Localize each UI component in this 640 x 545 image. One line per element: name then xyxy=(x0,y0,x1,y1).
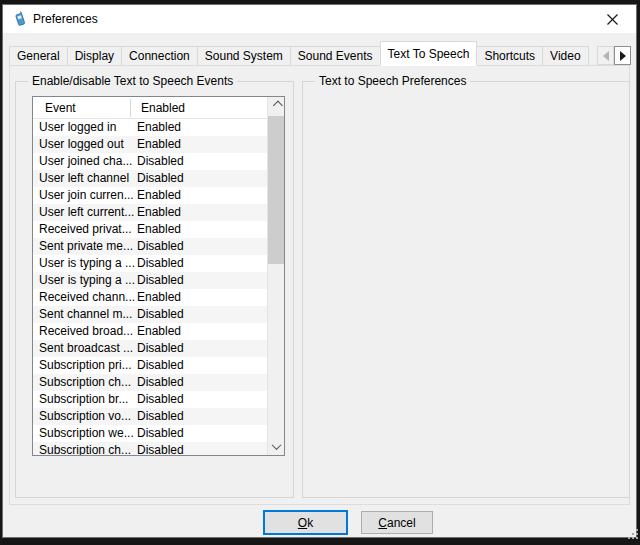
tts-preferences-group: Text to Speech Preferences xyxy=(302,81,630,498)
event-cell: Subscription we... xyxy=(39,425,134,442)
tts-preferences-group-title: Text to Speech Preferences xyxy=(315,74,470,88)
event-cell: Sent channel m... xyxy=(39,306,132,323)
status-cell: Disabled xyxy=(137,374,184,391)
tab[interactable]: Connection xyxy=(121,46,198,66)
tab-label: Connection xyxy=(129,49,190,63)
table-row[interactable]: Sent private me... Disabled xyxy=(33,238,267,255)
table-row[interactable]: User joined cha... Disabled xyxy=(33,153,267,170)
table-row[interactable]: User is typing a ... Disabled xyxy=(33,255,267,272)
status-cell: Disabled xyxy=(137,238,184,255)
column-header-enabled[interactable]: Enabled xyxy=(141,97,185,119)
status-cell: Disabled xyxy=(137,272,184,289)
table-row[interactable]: User left current... Enabled xyxy=(33,204,267,221)
status-cell: Disabled xyxy=(137,442,184,455)
table-row[interactable]: Sent broadcast ... Disabled xyxy=(33,340,267,357)
list-scrollbar[interactable] xyxy=(267,97,284,455)
scroll-down-icon[interactable] xyxy=(268,438,285,455)
table-row[interactable]: User logged in Enabled xyxy=(33,119,267,136)
event-cell: User join curren... xyxy=(39,187,134,204)
scroll-up-icon[interactable] xyxy=(268,97,285,114)
event-cell: Subscription ch... xyxy=(39,374,131,391)
window-title: Preferences xyxy=(33,5,98,33)
close-icon[interactable] xyxy=(594,5,630,33)
table-row[interactable]: Subscription vo... Disabled xyxy=(33,408,267,425)
table-row[interactable]: Sent channel m... Disabled xyxy=(33,306,267,323)
table-row[interactable]: Subscription pri... Disabled xyxy=(33,357,267,374)
event-cell: User is typing a ... xyxy=(39,255,135,272)
tab-label: Video xyxy=(550,49,580,63)
event-cell: Received chann... xyxy=(39,289,135,306)
status-cell: Disabled xyxy=(137,170,184,187)
status-cell: Disabled xyxy=(137,153,184,170)
cancel-button[interactable]: Cancel xyxy=(361,511,433,534)
titlebar[interactable]: Preferences xyxy=(3,5,636,33)
tab-label: Display xyxy=(75,49,114,63)
resize-grip-icon[interactable] xyxy=(628,529,630,531)
table-row[interactable]: User left channel Disabled xyxy=(33,170,267,187)
event-cell: User logged out xyxy=(39,136,124,153)
status-cell: Enabled xyxy=(137,289,181,306)
tab[interactable]: Display xyxy=(67,46,122,66)
tab[interactable]: Video xyxy=(542,46,588,66)
status-cell: Enabled xyxy=(137,187,181,204)
ok-button[interactable]: Ok xyxy=(263,510,348,535)
event-cell: User is typing a ... xyxy=(39,272,135,289)
status-cell: Enabled xyxy=(137,323,181,340)
tab-label: General xyxy=(17,49,60,63)
tab[interactable]: Shortcuts xyxy=(476,46,543,66)
column-divider xyxy=(130,99,131,117)
table-row[interactable]: Received privat... Enabled xyxy=(33,221,267,238)
status-cell: Enabled xyxy=(137,136,181,153)
tab[interactable]: Sound Events xyxy=(290,46,381,66)
tab-scrollers xyxy=(597,46,631,65)
scrollbar-thumb[interactable] xyxy=(268,116,285,264)
event-cell: Subscription br... xyxy=(39,391,128,408)
table-row[interactable]: Subscription br... Disabled xyxy=(33,391,267,408)
tab-label: Sound System xyxy=(205,49,283,63)
table-row[interactable]: Received chann... Enabled xyxy=(33,289,267,306)
tab[interactable]: Sound System xyxy=(197,46,291,66)
status-cell: Disabled xyxy=(137,340,184,357)
event-cell: Sent private me... xyxy=(39,238,133,255)
tab-bar: General Display Connection Sound System … xyxy=(9,41,599,66)
event-cell: Subscription ch... xyxy=(39,442,131,455)
event-cell: Subscription vo... xyxy=(39,408,131,425)
event-cell: Sent broadcast ... xyxy=(39,340,133,357)
tab-label: Shortcuts xyxy=(484,49,535,63)
table-row[interactable]: Subscription we... Disabled xyxy=(33,425,267,442)
event-cell: User logged in xyxy=(39,119,116,136)
status-cell: Disabled xyxy=(137,391,184,408)
tab-scroll-left-icon xyxy=(597,46,614,65)
preferences-dialog: Preferences General Display Connection S… xyxy=(2,4,637,538)
status-cell: Disabled xyxy=(137,408,184,425)
app-icon xyxy=(12,11,28,27)
event-cell: Received privat... xyxy=(39,221,132,238)
table-row[interactable]: User join curren... Enabled xyxy=(33,187,267,204)
event-cell: User joined cha... xyxy=(39,153,132,170)
status-cell: Disabled xyxy=(137,425,184,442)
tts-events-list: Event Enabled User logged in Enabled Use… xyxy=(32,96,285,456)
tab-scroll-right-icon[interactable] xyxy=(614,46,631,65)
tab[interactable]: General xyxy=(9,46,68,66)
status-cell: Enabled xyxy=(137,204,181,221)
column-header-event[interactable]: Event xyxy=(45,97,76,119)
event-cell: Subscription pri... xyxy=(39,357,132,374)
event-cell: Received broad... xyxy=(39,323,133,340)
table-row[interactable]: Subscription ch... Disabled xyxy=(33,374,267,391)
tab-label: Sound Events xyxy=(298,49,373,63)
status-cell: Disabled xyxy=(137,255,184,272)
table-row[interactable]: Received broad... Enabled xyxy=(33,323,267,340)
list-header[interactable]: Event Enabled xyxy=(33,97,267,119)
event-cell: User left current... xyxy=(39,204,134,221)
tab-label: Text To Speech xyxy=(388,47,470,61)
tab[interactable]: Text To Speech xyxy=(380,41,478,66)
status-cell: Disabled xyxy=(137,357,184,374)
table-row[interactable]: User logged out Enabled xyxy=(33,136,267,153)
tts-events-group-title: Enable/disable Text to Speech Events xyxy=(28,74,237,88)
table-row[interactable]: Subscription ch... Disabled xyxy=(33,442,267,455)
list-rows: User logged in Enabled User logged out E… xyxy=(33,119,267,455)
table-row[interactable]: User is typing a ... Disabled xyxy=(33,272,267,289)
status-cell: Enabled xyxy=(137,119,181,136)
status-cell: Enabled xyxy=(137,221,181,238)
event-cell: User left channel xyxy=(39,170,129,187)
